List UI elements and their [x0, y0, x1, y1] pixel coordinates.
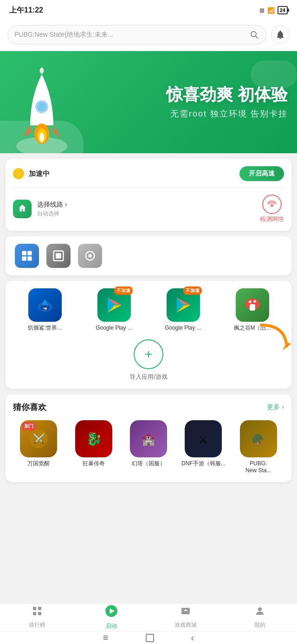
svg-text:🦈: 🦈: [43, 306, 47, 311]
nav-label: 游戏商城: [174, 621, 197, 629]
home-gesture[interactable]: [146, 634, 154, 642]
recommend-game-item[interactable]: 🏰 幻塔（国服）: [123, 420, 174, 475]
more-button[interactable]: 更多 ›: [267, 403, 284, 411]
rec-game-icon: 🪖: [240, 420, 277, 457]
svg-text:🐉: 🐉: [85, 431, 102, 447]
nav-item-启动[interactable]: 启动: [74, 604, 148, 631]
quick-icon-blue[interactable]: [15, 244, 39, 268]
start-high-speed-button[interactable]: 开启高速: [239, 166, 284, 181]
app-icon-wrap: [236, 288, 269, 322]
app-grid-item[interactable]: 🦈 饥饿鲨:世界...: [13, 288, 77, 332]
svg-marker-32: [282, 343, 291, 351]
app-grid: 🦈 饥饿鲨:世界... 不加速 Google Play ... 不加速 Goog…: [13, 288, 284, 332]
route-subtitle: 自动选择: [37, 210, 67, 218]
app-badge: 不加速: [183, 286, 202, 295]
recommend-game-item[interactable]: ⚔ DNF手游（韩服...: [178, 420, 229, 475]
rec-game-name: 狂暴传奇: [83, 460, 105, 468]
accelerator-card: ⚡ 加速中 开启高速 选择线路 › 自动选择: [6, 159, 291, 231]
status-bar: 上午11:22 ⊠ 📶 24: [0, 0, 297, 20]
section-header: 猜你喜欢 更多 ›: [13, 402, 284, 413]
search-icon[interactable]: [249, 30, 259, 40]
section-title: 猜你喜欢: [13, 402, 46, 413]
nav-item-排行榜[interactable]: 排行榜: [0, 604, 74, 631]
app-icon: 🦈: [28, 288, 62, 322]
search-bar-wrap: PUBG:New State(绝地求生:未来...: [0, 20, 297, 51]
recommend-game-item[interactable]: 🐉 狂暴传奇: [68, 420, 119, 475]
banner-subtitle: 无需root 独立环境 告别卡挂: [166, 109, 288, 120]
detect-label: 检测网络: [260, 215, 284, 223]
nav-item-我的[interactable]: 我的: [223, 604, 297, 631]
accel-top-row: ⚡ 加速中 开启高速: [13, 166, 284, 181]
app-icon-wrap: 🦈: [28, 288, 62, 322]
accel-route-row[interactable]: 选择线路 › 自动选择 检测网络: [13, 195, 284, 223]
svg-rect-39: [33, 607, 36, 610]
rec-game-name: 幻塔（国服）: [132, 460, 165, 468]
svg-line-1: [256, 36, 258, 39]
nav-item-游戏商城[interactable]: 游戏商城: [148, 604, 223, 631]
svg-text:🪖: 🪖: [252, 433, 265, 446]
svg-point-30: [249, 300, 252, 303]
rec-game-name: DNF手游（韩服...: [181, 460, 226, 468]
accel-lightning-icon: ⚡: [13, 168, 24, 179]
search-input-box[interactable]: PUBG:New State(绝地求生:未来...: [7, 25, 266, 45]
accel-status-label: 加速中: [29, 169, 50, 178]
nav-icon: [105, 605, 118, 620]
app-grid-item[interactable]: 不加速 Google Play ...: [82, 288, 146, 332]
app-name: 饥饿鲨:世界...: [28, 325, 62, 332]
svg-point-7: [39, 133, 44, 142]
svg-rect-9: [22, 251, 26, 255]
rec-game-icon: ⚔: [185, 420, 222, 457]
quick-icon-lightgray[interactable]: [78, 244, 102, 268]
add-circle-icon: +: [134, 339, 163, 369]
sim-icon: ⊠: [259, 7, 265, 14]
nav-icon: [32, 605, 43, 619]
detect-network-button[interactable]: 检测网络: [260, 195, 284, 223]
svg-point-16: [89, 254, 92, 258]
rec-game-name: 万国觉醒: [27, 460, 50, 468]
rec-game-icon: 🐉: [75, 420, 112, 457]
main-content: 惊喜劲爽 初体验 无需root 独立环境 告别卡挂 ⚡ 加速中 开启高速 选择线…: [0, 51, 297, 539]
nav-label: 我的: [254, 621, 265, 629]
back-gesture[interactable]: ‹: [191, 632, 194, 643]
nav-label: 启动: [106, 622, 117, 630]
status-icons: ⊠ 📶 24: [259, 6, 288, 14]
svg-point-4: [37, 102, 46, 111]
svg-rect-10: [27, 251, 32, 255]
status-time: 上午11:22: [9, 6, 43, 15]
quick-icon-gray[interactable]: [46, 244, 71, 268]
route-text-wrap: 选择线路 › 自动选择: [37, 201, 67, 218]
app-grid-card: 🦈 饥饿鲨:世界... 不加速 Google Play ... 不加速 Goog…: [6, 281, 291, 389]
search-input-placeholder: PUBG:New State(绝地求生:未来...: [14, 31, 245, 39]
app-icon-wrap: 不加速: [97, 288, 131, 322]
notification-bell-button[interactable]: [271, 26, 290, 44]
add-app-button[interactable]: + 导入应用/游戏: [13, 339, 284, 381]
rec-game-name: PUBG:New Sta...: [245, 460, 271, 475]
recommend-game-item[interactable]: 🪖 PUBG:New Sta...: [233, 420, 284, 475]
quick-icons-card: [6, 236, 291, 275]
promo-banner[interactable]: 惊喜劲爽 初体验 无需root 独立环境 告别卡挂: [0, 51, 297, 153]
app-name: Google Play ...: [96, 325, 132, 332]
rocket-illustration: [9, 65, 74, 149]
svg-rect-11: [22, 256, 26, 260]
route-icon: [13, 200, 32, 218]
app-grid-item[interactable]: 不加速 Google Play ...: [151, 288, 215, 332]
nav-label: 排行榜: [29, 621, 45, 629]
app-name: Google Play ...: [165, 325, 201, 332]
app-badge: 不加速: [114, 286, 133, 295]
battery-icon: 24: [278, 6, 288, 14]
recommend-grid: ⚔️ 加门 万国觉醒 🐉 狂暴传奇 🏰 幻塔（国服） ⚔ DNF手游（韩服...…: [13, 420, 284, 475]
svg-rect-29: [250, 304, 255, 311]
gesture-bar: ≡ ‹: [0, 631, 297, 644]
svg-rect-12: [27, 256, 32, 260]
svg-point-45: [258, 607, 262, 611]
banner-text-block: 惊喜劲爽 初体验 无需root 独立环境 告别卡挂: [166, 85, 288, 119]
svg-text:🏰: 🏰: [142, 433, 155, 446]
detect-circle-icon: [262, 195, 282, 214]
app-icon-wrap: 不加速: [167, 288, 200, 322]
recommend-game-item[interactable]: ⚔️ 加门 万国觉醒: [13, 420, 64, 475]
menu-gesture[interactable]: ≡: [103, 632, 109, 643]
rec-game-icon: 🏰: [130, 420, 167, 457]
bottom-navigation: 排行榜 启动 游戏商城 我的: [0, 603, 297, 631]
accel-divider: [13, 188, 284, 188]
add-app-label: 导入应用/游戏: [129, 373, 168, 381]
